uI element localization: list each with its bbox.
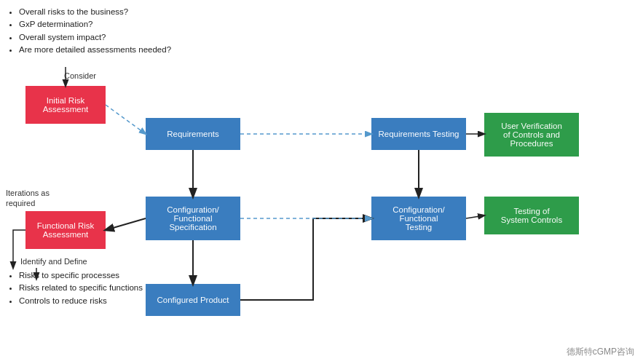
requirements-box: Requirements [146, 118, 240, 150]
config-spec-box: Configuration/ Functional Specification [146, 197, 240, 240]
identify-label: Identify and Define [20, 257, 87, 266]
configured-product-box: Configured Product [146, 284, 240, 316]
config-testing-box: Configuration/ Functional Testing [371, 197, 466, 240]
svg-line-9 [106, 218, 146, 230]
iterations-label: Iterations as required [6, 188, 71, 209]
requirements-testing-box: Requirements Testing [371, 118, 466, 150]
bullet-item-b: Risks to specific processes [19, 269, 143, 282]
functional-risk-box: Functional Risk Assessment [25, 211, 106, 249]
testing-controls-box: Testing of System Controls [484, 197, 579, 234]
bullet-item: Overall system impact? [19, 31, 171, 44]
diagram-container: Overall risks to the business? GxP deter… [0, 0, 643, 364]
consider-label: Consider [64, 71, 96, 80]
svg-line-8 [466, 215, 484, 218]
bullet-list-bottom: Risks to specific processes Risks relate… [7, 269, 143, 307]
bullet-item: Overall risks to the business? [19, 6, 171, 18]
bullet-item-b: Risks related to specific functions [19, 282, 143, 294]
svg-line-1 [106, 105, 146, 134]
bullet-list-top: Overall risks to the business? GxP deter… [7, 6, 171, 56]
bullet-item-b: Controls to reduce risks [19, 295, 143, 307]
user-verification-box: User Verification of Controls and Proced… [484, 113, 579, 157]
bullet-item: Are more detailed assessments needed? [19, 44, 171, 56]
initial-risk-box: Initial Risk Assessment [25, 86, 106, 124]
watermark: 德斯特cGMP咨询 [567, 346, 634, 358]
bullet-item: GxP determination? [19, 18, 171, 31]
